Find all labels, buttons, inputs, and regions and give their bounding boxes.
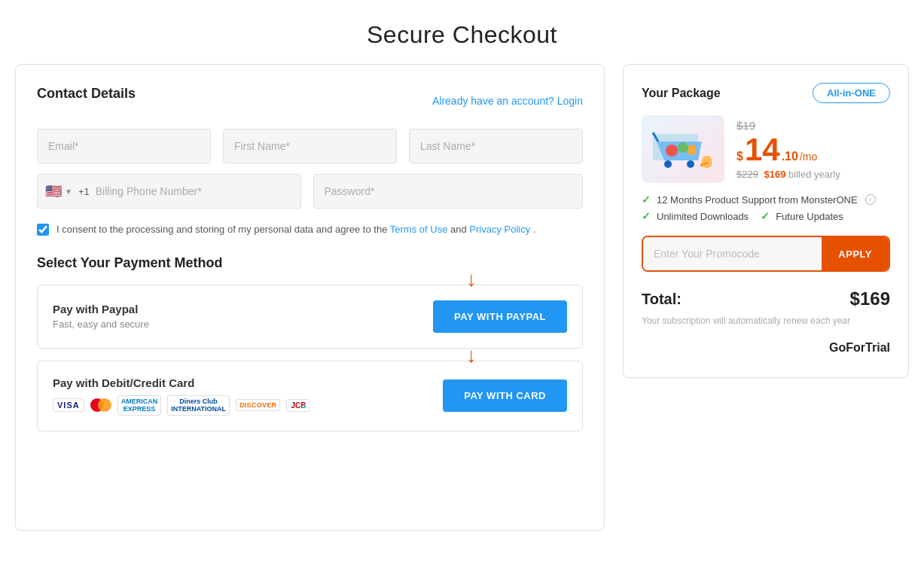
- total-label: Total:: [642, 291, 682, 308]
- feature-text-support: 12 Months Product Support from MonsterON…: [657, 194, 858, 206]
- original-monthly-price: $19: [736, 119, 755, 132]
- password-field[interactable]: [313, 174, 584, 209]
- check-icon: ✓: [642, 194, 651, 206]
- privacy-link[interactable]: Privacy Policy: [469, 224, 530, 235]
- billed-label: billed yearly: [788, 169, 840, 180]
- jcb-logo: JCB: [286, 399, 310, 412]
- pricing-info: $19 $ 14 .10 /mo $229 $169 billed yearly: [736, 119, 890, 180]
- name-row: [37, 129, 583, 163]
- total-amount: $169: [850, 288, 890, 309]
- phone-field[interactable]: [90, 175, 293, 208]
- phone-wrapper: 🇺🇸 ▼ +1: [37, 174, 301, 209]
- contact-header: Contact Details Already have an account?…: [37, 86, 583, 115]
- check-icon: ✓: [761, 210, 770, 222]
- paypal-payment-box: ↓ Pay with Paypal Fast, easy and secure …: [37, 285, 583, 349]
- billed-row: $229 $169 billed yearly: [736, 169, 890, 180]
- svg-point-2: [678, 142, 688, 153]
- check-icon: ✓: [642, 210, 651, 222]
- svg-point-4: [664, 160, 672, 168]
- consent-checkbox[interactable]: [37, 224, 49, 236]
- paypal-subtitle: Fast, easy and secure: [53, 318, 149, 330]
- consent-text: I consent to the processing and storing …: [56, 222, 536, 237]
- price-period: /mo: [800, 151, 817, 163]
- left-panel: Contact Details Already have an account?…: [15, 64, 605, 531]
- promo-section: APPLY: [642, 236, 890, 272]
- price-dollar-sign: $: [736, 150, 743, 163]
- feature-item-support: ✓ 12 Months Product Support from Monster…: [642, 194, 890, 206]
- package-label: Your Package: [642, 87, 721, 100]
- feature-item-updates: ✓ Future Updates: [761, 210, 843, 222]
- price-main: 14: [745, 134, 780, 166]
- features-list: ✓ 12 Months Product Support from Monster…: [642, 194, 890, 222]
- amex-logo: AMERICANEXPRESS: [117, 395, 162, 416]
- total-row: Total: $169: [642, 288, 890, 309]
- package-badge: All-in-ONE: [813, 83, 890, 103]
- pay-with-paypal-button[interactable]: PAY WITH PAYPAL: [433, 300, 567, 333]
- card-logos: VISA AMERICANEXPRESS Diners ClubINTERNAT…: [53, 395, 310, 416]
- current-price-row: $ 14 .10 /mo: [736, 134, 890, 166]
- card-arrow-indicator: ↓: [466, 345, 477, 366]
- feature-text-downloads: Unlimited Downloads: [657, 211, 749, 222]
- features-row-2: ✓ Unlimited Downloads ✓ Future Updates: [642, 210, 890, 222]
- card-info: Pay with Debit/Credit Card VISA AMERICAN…: [53, 376, 310, 416]
- pay-with-card-button[interactable]: PAY WITH CARD: [443, 379, 567, 412]
- svg-point-1: [666, 145, 678, 157]
- paypal-info: Pay with Paypal Fast, easy and secure: [53, 303, 149, 330]
- consent-row: I consent to the processing and storing …: [37, 222, 583, 237]
- right-panel: Your Package All-in-ONE: [623, 64, 909, 378]
- svg-rect-3: [688, 145, 696, 154]
- package-visual: $19 $ 14 .10 /mo $229 $169 billed yearly: [642, 115, 890, 183]
- phone-flag-dropdown[interactable]: 🇺🇸 ▼ +1: [45, 183, 90, 200]
- page-title: Secure Checkout: [0, 0, 924, 64]
- svg-point-5: [687, 160, 694, 168]
- billed-original: $229: [736, 169, 758, 180]
- contact-section-title: Contact Details: [37, 86, 136, 102]
- login-link[interactable]: Already have an account? Login: [432, 95, 583, 107]
- apply-promo-button[interactable]: APPLY: [822, 237, 889, 270]
- feature-text-updates: Future Updates: [776, 211, 843, 222]
- renewal-note: Your subscription will automatically ren…: [642, 315, 890, 326]
- payment-section-title: Select Your Payment Method: [37, 255, 583, 271]
- promo-code-input[interactable]: [643, 237, 822, 270]
- first-name-field[interactable]: [223, 129, 397, 163]
- info-icon[interactable]: i: [865, 194, 876, 205]
- mastercard-logo: [90, 398, 111, 412]
- email-field[interactable]: [37, 129, 211, 163]
- phone-password-row: 🇺🇸 ▼ +1: [37, 174, 583, 209]
- card-title: Pay with Debit/Credit Card: [53, 376, 310, 389]
- product-image: [642, 115, 724, 183]
- package-header: Your Package All-in-ONE: [642, 83, 890, 103]
- discover-logo: DISCOVER: [236, 399, 280, 411]
- brand-name: GoForTrial: [642, 341, 890, 355]
- paypal-arrow-indicator: ↓: [466, 269, 477, 290]
- phone-prefix: +1: [78, 186, 90, 197]
- chevron-down-icon: ▼: [65, 187, 72, 196]
- visa-logo: VISA: [53, 398, 84, 412]
- diners-logo: Diners ClubINTERNATIONAL: [167, 395, 230, 416]
- paypal-title: Pay with Paypal: [53, 303, 149, 315]
- us-flag-icon: 🇺🇸: [45, 183, 62, 200]
- last-name-field[interactable]: [409, 129, 583, 163]
- feature-item-downloads: ✓ Unlimited Downloads: [642, 210, 749, 222]
- billed-price: $169: [764, 169, 786, 180]
- card-payment-box: ↓ Pay with Debit/Credit Card VISA AMERIC…: [37, 361, 583, 432]
- price-cents: .10: [782, 150, 798, 163]
- terms-link[interactable]: Terms of Use: [390, 224, 448, 235]
